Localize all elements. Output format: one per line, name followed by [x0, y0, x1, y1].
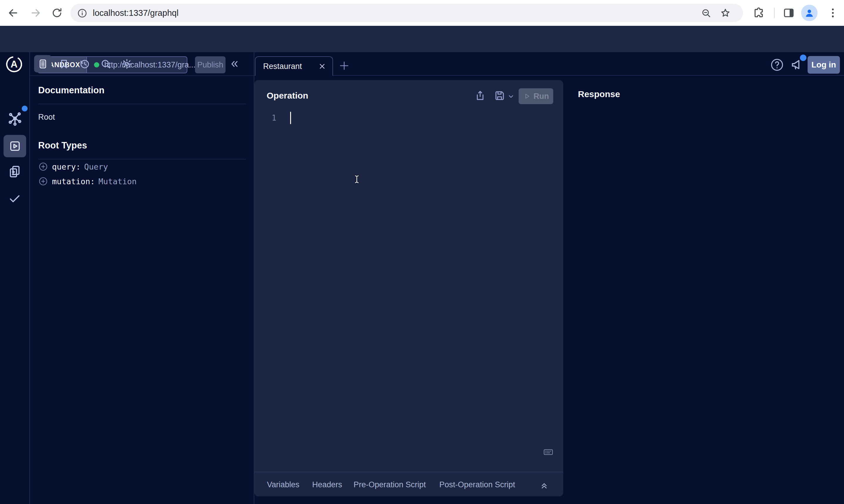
type-name-link[interactable]: Mutation [98, 177, 137, 186]
url-bar[interactable]: localhost:1337/graphql [70, 4, 743, 22]
explorer-play-icon [8, 139, 22, 153]
checks-icon [7, 191, 22, 206]
save-menu-button[interactable] [507, 93, 520, 105]
profile-avatar [803, 7, 815, 19]
text-cursor [352, 171, 362, 188]
toolbar-divider [774, 7, 775, 18]
help-button[interactable] [770, 57, 785, 72]
login-button[interactable]: Log in [808, 56, 840, 74]
keyboard-icon [541, 447, 556, 457]
docs-tab-documentation[interactable] [34, 55, 52, 72]
close-tab-button[interactable] [318, 62, 327, 71]
documentation-icon [37, 58, 49, 70]
root-type-query-row[interactable]: query: Query [38, 160, 108, 173]
docs-root-link[interactable]: Root [38, 113, 55, 122]
tab-label: Restaurant [263, 62, 302, 71]
new-tab-button[interactable] [338, 59, 351, 72]
back-icon [6, 6, 19, 19]
type-field-label: mutation: [52, 177, 95, 186]
run-play-icon [523, 92, 531, 100]
docs-panel: Documentation Root Root Types query: Que… [30, 52, 254, 504]
plus-circle-icon[interactable] [38, 162, 48, 172]
chevrons-up-icon [539, 480, 549, 490]
share-icon [474, 89, 486, 102]
footer-tab-headers[interactable]: Headers [312, 472, 342, 497]
divider [38, 104, 246, 104]
browser-menu-button[interactable] [826, 6, 839, 19]
operation-footer: Variables Headers Pre-Operation Script P… [254, 472, 563, 497]
rail-notification-dot [22, 106, 28, 111]
browser-toolbar: localhost:1337/graphql [0, 0, 844, 26]
new-tab-icon [338, 59, 351, 72]
keyboard-shortcuts-button[interactable] [541, 447, 556, 457]
rail-item-checks[interactable] [7, 191, 23, 206]
extensions-icon [752, 6, 765, 19]
type-field-label: query: [52, 162, 81, 171]
reload-icon [51, 6, 64, 19]
notification-dot [800, 55, 806, 61]
settings-icon [121, 58, 133, 70]
share-operation-button[interactable] [474, 89, 486, 102]
footer-tab-variables[interactable]: Variables [267, 472, 299, 497]
tab-restaurant[interactable]: Restaurant [255, 56, 333, 76]
sidebar-rail [0, 52, 30, 504]
search-icon [100, 58, 111, 70]
save-icon [493, 89, 506, 102]
help-icon [770, 57, 785, 72]
rail-item-explorer[interactable] [3, 135, 26, 157]
run-label: Run [534, 92, 549, 101]
type-name-link[interactable]: Query [84, 162, 108, 171]
operation-panel: Operation Run 1 Variables Headers Pre-Op… [254, 80, 563, 497]
graph-icon [7, 111, 23, 127]
response-title: Response [578, 89, 620, 99]
divider [38, 159, 246, 159]
docs-toolbar [30, 52, 254, 76]
expand-footer-button[interactable] [539, 480, 549, 490]
docs-tab-settings[interactable] [121, 58, 133, 70]
forward-icon [29, 6, 42, 19]
root-type-mutation-row[interactable]: mutation: Mutation [38, 175, 137, 188]
rail-item-changelog[interactable] [7, 164, 23, 180]
bookmark-icon [58, 58, 70, 70]
chevron-down-icon [507, 93, 515, 100]
plus-circle-icon[interactable] [38, 176, 48, 186]
root-types-title: Root Types [38, 140, 87, 151]
app-header: A SANDBOX http://localhost:1337/gra... P… [0, 26, 844, 52]
footer-tab-pre-operation-script[interactable]: Pre-Operation Script [354, 472, 426, 497]
info-icon[interactable] [77, 8, 87, 18]
reload-button[interactable] [51, 6, 64, 19]
history-icon [79, 58, 90, 70]
collapse-panel-button[interactable] [228, 58, 240, 70]
side-panel-button[interactable] [782, 6, 795, 19]
run-button[interactable]: Run [519, 88, 553, 104]
save-operation-button[interactable] [493, 89, 506, 102]
operation-editor[interactable] [266, 109, 551, 444]
forward-button[interactable] [29, 6, 42, 19]
changelog-icon [7, 164, 22, 179]
rail-item-schema[interactable] [7, 111, 23, 127]
docs-tab-bookmarks[interactable] [58, 58, 70, 70]
operation-title: Operation [266, 91, 308, 101]
zoom-icon[interactable] [701, 7, 712, 19]
back-button[interactable] [6, 6, 19, 19]
collapse-panel-icon [228, 58, 240, 70]
side-panel-icon [782, 6, 795, 19]
docs-tab-history[interactable] [79, 58, 90, 70]
extensions-button[interactable] [752, 6, 765, 19]
bookmark-star-icon[interactable] [720, 7, 731, 19]
docs-tab-search[interactable] [100, 58, 111, 70]
footer-tab-post-operation-script[interactable]: Post-Operation Script [439, 472, 515, 497]
browser-menu-icon [826, 6, 839, 19]
profile-button[interactable] [801, 5, 817, 21]
docs-title: Documentation [38, 85, 105, 96]
close-icon [318, 62, 327, 71]
url-text: localhost:1337/graphql [93, 4, 178, 22]
tabbar-divider [254, 75, 844, 76]
